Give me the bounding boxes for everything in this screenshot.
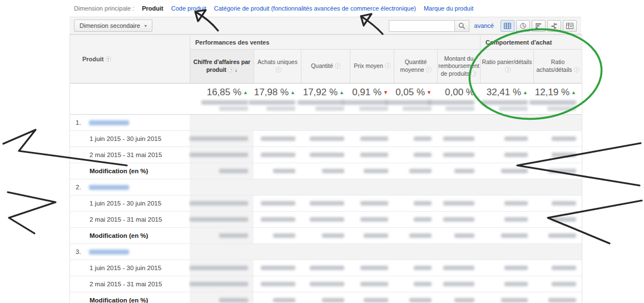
redacted-value (454, 169, 474, 173)
dimension-option-produit[interactable]: Produit (142, 5, 164, 12)
redacted-value (261, 266, 295, 270)
table-view-button[interactable] (501, 20, 514, 32)
redacted-value (548, 169, 576, 173)
data-cell (394, 196, 437, 211)
column-header-prix-moyen[interactable]: Prix moyen? (350, 50, 394, 83)
help-icon[interactable]: ? (335, 63, 340, 69)
advanced-search-link[interactable]: avancé (474, 22, 494, 29)
redacted-value (443, 266, 474, 270)
row-index: 2. (76, 184, 81, 190)
redacted-product-name[interactable] (89, 250, 129, 255)
data-cell (394, 163, 437, 179)
data-cell (437, 292, 480, 303)
data-cell (533, 212, 582, 227)
data-cell (190, 163, 254, 179)
redacted-product-name[interactable] (89, 120, 129, 125)
column-header-quantite[interactable]: Quantité? (301, 50, 350, 83)
redacted-value (364, 169, 388, 173)
help-icon[interactable]: ? (106, 56, 111, 62)
redacted-value (504, 282, 528, 286)
help-icon[interactable]: ? (574, 67, 579, 72)
primary-dimension-bar: Dimension principale : Produit Code prod… (70, 0, 581, 17)
column-header-quantite-moyenne[interactable]: Quantité moyenne? (394, 50, 437, 83)
comparison-view-button[interactable] (547, 20, 561, 32)
redacted-value (481, 100, 528, 105)
data-cell (394, 228, 437, 243)
group-header-shopping-behavior: Comportement d'achat (480, 35, 582, 50)
data-cell (533, 196, 582, 211)
data-cell (437, 228, 480, 243)
column-header-montant-remboursement[interactable]: Montant du remboursement de produits? (437, 50, 480, 83)
summary-cell: 16,85 %▲ (190, 84, 254, 114)
redacted-value (501, 169, 528, 173)
column-header-chiffre-affaires[interactable]: Chiffre d'affaires par produit?↓ (190, 50, 254, 83)
redacted-value (552, 266, 576, 270)
data-cell (301, 115, 350, 130)
data-cell (480, 147, 533, 163)
help-icon[interactable]: ? (505, 67, 511, 72)
redacted-value (504, 266, 528, 270)
data-cell (533, 179, 582, 195)
redacted-value (443, 201, 474, 206)
redacted-value (499, 106, 528, 111)
redacted-value (341, 100, 388, 105)
date-range-label: 1 juin 2015 - 30 juin 2015 (70, 196, 190, 211)
dimension-option-categorie-produit[interactable]: Catégorie de produit (fonctionnalités av… (214, 5, 416, 12)
data-cell (533, 228, 582, 243)
data-cell (480, 212, 533, 227)
redacted-value (298, 100, 344, 105)
trend-arrow: ▲ (523, 90, 528, 95)
redacted-value (219, 169, 248, 173)
report-toolbar: Dimension secondaire ▾ avancé (70, 17, 581, 35)
summary-value: 16,85 % (207, 87, 241, 97)
table-row-date: 1 juin 2015 - 30 juin 2015 (70, 131, 582, 147)
table-row-change: Modification (en %) (70, 228, 582, 244)
column-header-achats-uniques[interactable]: Achats uniques? (254, 50, 301, 83)
analytics-ecommerce-report: Dimension principale : Produit Code prod… (0, 0, 644, 303)
help-icon[interactable]: ? (426, 67, 432, 72)
redacted-product-name[interactable] (89, 185, 129, 190)
help-icon[interactable]: ? (276, 67, 281, 72)
redacted-value (310, 217, 344, 222)
data-cell (394, 212, 437, 227)
dimension-option-marque-produit[interactable]: Marque du produit (424, 5, 473, 12)
redacted-value (552, 153, 576, 157)
help-icon[interactable]: ? (385, 63, 390, 69)
data-cell (437, 196, 480, 211)
column-header-ratio-panier-details[interactable]: Ratio panier/détails? (480, 50, 533, 83)
redacted-value (322, 298, 344, 302)
percentage-view-button[interactable] (516, 20, 530, 32)
redacted-value (548, 233, 576, 238)
redacted-value (504, 217, 528, 222)
redacted-value (261, 153, 295, 157)
data-cell (190, 196, 254, 211)
search-input[interactable] (389, 20, 454, 32)
summary-cell: 32,41 %▲ (480, 84, 533, 114)
data-cell (254, 179, 301, 195)
help-icon[interactable]: ? (228, 67, 234, 72)
redacted-value (443, 217, 474, 222)
data-cell (350, 115, 394, 130)
help-icon[interactable]: ? (471, 71, 477, 76)
column-header-produit[interactable]: Produit ? (70, 35, 190, 83)
data-cell (254, 196, 301, 211)
redacted-value (190, 217, 248, 222)
data-cell (190, 276, 254, 292)
redacted-value (261, 201, 295, 206)
data-cell (254, 115, 301, 130)
redacted-value (322, 233, 344, 238)
search-button[interactable] (454, 20, 469, 32)
redacted-value (360, 282, 388, 286)
data-cell (301, 228, 350, 243)
data-cell (533, 163, 582, 179)
table-row-product: 1. (70, 115, 582, 131)
secondary-dimension-button[interactable]: Dimension secondaire ▾ (74, 19, 152, 32)
dimension-option-code-produit[interactable]: Code produit (171, 5, 206, 12)
data-cell (437, 276, 480, 292)
performance-view-button[interactable] (532, 20, 546, 32)
table-row-product: 2. (70, 179, 582, 196)
column-header-ratio-achats-details[interactable]: Ratio achats/détails? (533, 50, 582, 83)
redacted-value (443, 153, 474, 157)
summary-cell: 0,05 %▼ (394, 84, 437, 114)
pivot-view-button[interactable] (563, 20, 577, 32)
